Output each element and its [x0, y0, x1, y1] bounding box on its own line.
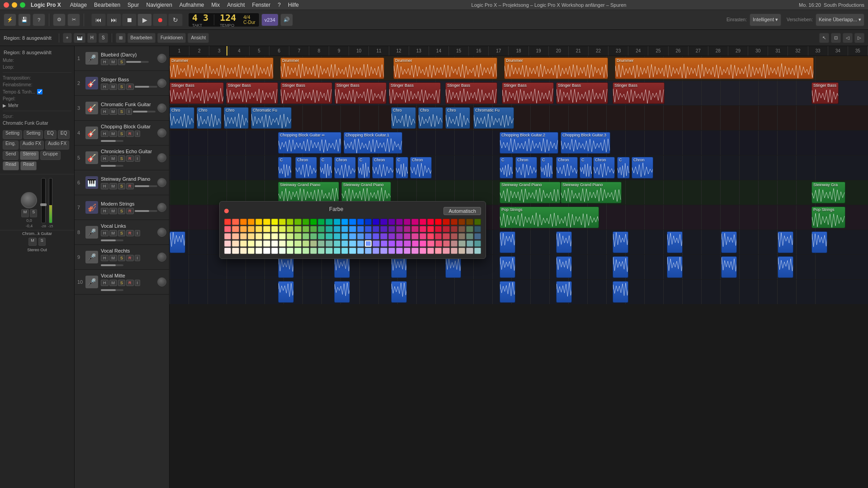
- track-btn-H-3[interactable]: H: [101, 108, 108, 115]
- color-swatch-1-19[interactable]: [373, 226, 379, 232]
- clip-8-7[interactable]: [556, 231, 572, 253]
- track-btn-S-5[interactable]: S: [118, 155, 125, 162]
- clip-10-5[interactable]: [613, 281, 628, 303]
- m-btn-1[interactable]: M: [21, 209, 29, 217]
- bearbeiten-btn[interactable]: Bearbeiten: [127, 33, 156, 43]
- track-btn-R-6[interactable]: R: [126, 183, 134, 189]
- color-swatch-1-21[interactable]: [388, 226, 395, 232]
- track-btn-M-7[interactable]: M: [109, 208, 118, 214]
- track-btn-M-5[interactable]: M: [109, 155, 118, 162]
- clip-3-5[interactable]: Chro: [418, 107, 443, 129]
- color-swatch-0-19[interactable]: [373, 219, 379, 225]
- color-swatch-0-28[interactable]: [443, 219, 449, 225]
- color-swatch-3-7[interactable]: [279, 240, 286, 247]
- color-swatch-4-11[interactable]: [310, 248, 317, 254]
- color-swatch-0-8[interactable]: [287, 219, 293, 225]
- track-vol-knob-3[interactable]: [157, 103, 166, 113]
- color-swatch-2-32[interactable]: [474, 233, 481, 239]
- color-swatch-3-2[interactable]: [240, 240, 247, 247]
- color-swatch-3-26[interactable]: [427, 240, 434, 247]
- color-swatch-3-18[interactable]: [365, 240, 372, 247]
- clip-3-6[interactable]: Chro: [445, 107, 470, 129]
- track-item-2[interactable]: 2 🎸 Stinger Bass HMSR: [75, 71, 169, 96]
- cursor-btn[interactable]: ↖: [819, 33, 829, 43]
- track-item-6[interactable]: 6 🎹 Steinway Grand Piano HMSR: [75, 170, 169, 195]
- track-fader-6[interactable]: [135, 185, 157, 187]
- track-btn-H-9[interactable]: H: [101, 255, 108, 261]
- color-swatch-2-20[interactable]: [380, 233, 387, 239]
- track-row-10[interactable]: [170, 280, 868, 305]
- clip-8-12[interactable]: [811, 231, 827, 253]
- color-swatch-3-24[interactable]: [412, 240, 419, 247]
- read-btn-1[interactable]: Read: [3, 161, 19, 170]
- minimize-button[interactable]: [12, 2, 17, 8]
- clip-5-8[interactable]: C: [500, 157, 513, 178]
- color-swatch-1-8[interactable]: [287, 226, 293, 232]
- clip-10-4[interactable]: [556, 281, 572, 303]
- color-swatch-0-23[interactable]: [404, 219, 410, 225]
- clip-9-5[interactable]: [556, 256, 572, 278]
- clip-4-0[interactable]: Chopping Block Guitar ∞: [278, 132, 341, 154]
- clip-5-2[interactable]: C: [320, 157, 332, 178]
- color-swatch-3-12[interactable]: [318, 240, 325, 247]
- color-swatch-3-5[interactable]: [263, 240, 270, 247]
- clip-3-1[interactable]: Chro: [197, 107, 222, 129]
- color-swatch-2-18[interactable]: [365, 233, 372, 239]
- color-swatch-1-26[interactable]: [427, 226, 434, 232]
- track-fader-8[interactable]: [101, 239, 123, 241]
- color-swatch-2-28[interactable]: [443, 233, 449, 239]
- color-swatch-1-17[interactable]: [357, 226, 364, 232]
- clip-6-3[interactable]: Steinway Grand Piano: [561, 182, 622, 203]
- track-vol-knob-2[interactable]: [157, 79, 166, 88]
- color-swatch-0-32[interactable]: [474, 219, 481, 225]
- verschieben-select[interactable]: Keine Überlapp... ▾: [816, 14, 864, 26]
- track-btn-S-8[interactable]: S: [118, 230, 125, 236]
- color-swatch-3-19[interactable]: [373, 240, 379, 247]
- color-swatch-2-9[interactable]: [294, 233, 301, 239]
- color-swatch-2-16[interactable]: [349, 233, 356, 239]
- color-swatch-3-31[interactable]: [467, 240, 473, 247]
- track-btn-I-8[interactable]: I: [135, 230, 141, 236]
- color-swatch-3-10[interactable]: [302, 240, 309, 247]
- color-swatch-0-18[interactable]: [365, 219, 372, 225]
- color-swatch-4-8[interactable]: [287, 248, 293, 254]
- color-swatch-1-23[interactable]: [404, 226, 410, 232]
- track-item-9[interactable]: 9 🎤 Vocal Rechts HMSRI: [75, 245, 169, 270]
- track-vol-knob-7[interactable]: [157, 203, 166, 212]
- settings-btn[interactable]: ⚙: [53, 14, 66, 26]
- clip-5-13[interactable]: Chron: [593, 157, 615, 178]
- m-btn-out[interactable]: M: [28, 238, 37, 246]
- track-fader-7[interactable]: [135, 210, 157, 212]
- clip-1-4[interactable]: Drummer: [615, 57, 814, 79]
- setting-btn-2[interactable]: Setting: [24, 130, 43, 139]
- menu-hilfe[interactable]: Hilfe: [288, 2, 299, 8]
- color-swatch-4-23[interactable]: [404, 248, 410, 254]
- color-swatch-1-4[interactable]: [255, 226, 262, 232]
- color-swatch-4-12[interactable]: [318, 248, 325, 254]
- color-swatch-4-14[interactable]: [334, 248, 340, 254]
- color-swatch-2-4[interactable]: [255, 233, 262, 239]
- clip-9-7[interactable]: [667, 256, 683, 278]
- color-swatch-1-14[interactable]: [334, 226, 340, 232]
- clip-3-7[interactable]: Chromatic Fu: [473, 107, 514, 129]
- track-row-5[interactable]: CChronCChronCChronCChronCChronCChronCChr…: [170, 155, 868, 180]
- track-vol-knob-9[interactable]: [157, 253, 166, 262]
- clip-8-8[interactable]: [613, 231, 628, 253]
- track-item-1[interactable]: 1 🎤 Bluebird (Darcy) HMS: [75, 46, 169, 71]
- color-swatch-3-15[interactable]: [341, 240, 348, 247]
- color-swatch-3-8[interactable]: [287, 240, 293, 247]
- color-swatch-0-9[interactable]: [294, 219, 301, 225]
- track-btn-R-10[interactable]: R: [126, 280, 134, 286]
- color-swatch-1-29[interactable]: [451, 226, 458, 232]
- color-swatch-4-31[interactable]: [466, 248, 473, 254]
- track-item-3[interactable]: 3 🎸 Chromatic Funk Guitar HMSI: [75, 96, 169, 121]
- clip-6-1[interactable]: Steinway Grand Piano: [341, 182, 391, 203]
- color-swatch-3-23[interactable]: [404, 240, 410, 247]
- clip-9-6[interactable]: [613, 256, 628, 278]
- stereo-btn[interactable]: Stereo: [20, 151, 38, 160]
- color-swatch-2-1[interactable]: [232, 233, 239, 239]
- clip-9-8[interactable]: [721, 256, 737, 278]
- s-btn[interactable]: S: [99, 33, 108, 43]
- edit-tools-btn[interactable]: ✂: [67, 14, 80, 26]
- color-swatch-1-22[interactable]: [396, 226, 403, 232]
